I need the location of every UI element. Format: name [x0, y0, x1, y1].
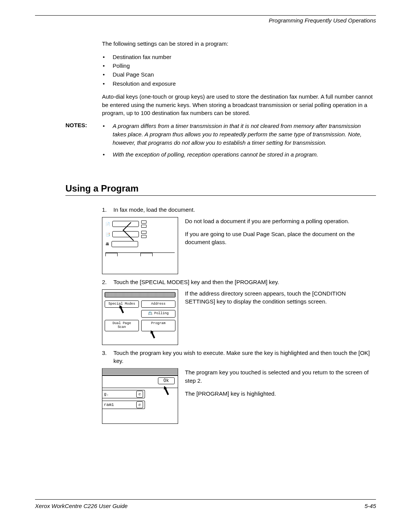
steps-list: 1. In fax mode, load the document. 📄 📑	[102, 206, 376, 424]
step-text: In fax mode, load the document.	[113, 206, 376, 214]
figure-panel-2: Special Modes Address 📇 Polling Dual Pag…	[102, 289, 178, 345]
step-number: 1.	[102, 206, 113, 214]
tray-icon	[105, 253, 118, 256]
phone-icon: ✆	[136, 391, 143, 398]
ok-button[interactable]: Ok	[158, 377, 175, 384]
row-label: ram1	[104, 403, 114, 407]
desc-line: If the address directory screen appears,…	[185, 289, 376, 306]
tray-icon	[140, 253, 153, 256]
header-rule	[35, 15, 376, 16]
polling-button[interactable]: 📇 Polling	[141, 310, 175, 318]
desc-line: Do not load a document if you are perfor…	[185, 217, 376, 225]
settings-item: Dual Page Scan	[113, 70, 376, 79]
address-button[interactable]: Address	[141, 300, 175, 308]
phone-icon: ✆	[136, 401, 143, 408]
program-button[interactable]: Program	[141, 320, 175, 331]
step-1-description: Do not load a document if you are perfor…	[185, 217, 376, 274]
copies-icon: 📑	[105, 232, 110, 236]
note-item: With the exception of polling, reception…	[113, 150, 376, 159]
settings-item: Resolution and exposure	[113, 79, 376, 88]
program-entry-row[interactable]: g. ✆	[102, 390, 145, 398]
footer-guide-title: Xerox WorkCentre C226 User Guide	[35, 503, 127, 509]
body-block: The following settings can be stored in …	[102, 40, 376, 117]
step-number: 2.	[102, 278, 113, 286]
figure-titlebar	[105, 292, 175, 297]
settings-list: Destination fax number Polling Dual Page…	[102, 53, 376, 88]
slot-icon	[112, 231, 139, 237]
section-heading: Using a Program	[65, 183, 376, 196]
document-icon: 📄	[105, 222, 110, 226]
step-text: Touch the [SPECIAL MODES] key and then t…	[113, 278, 376, 286]
intro-text: The following settings can be stored in …	[102, 40, 376, 48]
page-footer: Xerox WorkCentre C226 User Guide 5-45	[35, 499, 376, 509]
figure-panel-1: 📄 📑 🖶	[102, 217, 178, 274]
step-3-description: The program key you touched is selected …	[185, 368, 376, 424]
dual-page-scan-button[interactable]: Dual Page Scan	[105, 320, 139, 331]
step-text: Touch the program key you wish to execut…	[113, 349, 376, 366]
row-label: g.	[104, 392, 109, 396]
step-number: 3.	[102, 349, 113, 366]
note-item: A program differs from a timer transmiss…	[113, 122, 376, 147]
notes-label: NOTES:	[35, 122, 102, 163]
page: Programming Frequently Used Operations T…	[0, 0, 411, 532]
program-entry-row[interactable]: ram1 ✆	[102, 401, 145, 409]
step-3: 3. Touch the program key you wish to exe…	[102, 349, 376, 424]
slot-icon	[112, 241, 138, 247]
step-1: 1. In fax mode, load the document. 📄 📑	[102, 206, 376, 274]
notes-body: A program differs from a timer transmiss…	[102, 122, 376, 163]
step-2-description: If the address directory screen appears,…	[185, 289, 376, 345]
printer-icon: 🖶	[105, 242, 109, 246]
slot-icon	[112, 221, 139, 227]
desc-line: The program key you touched is selected …	[185, 368, 376, 385]
settings-item: Polling	[113, 61, 376, 70]
footer-rule	[35, 499, 376, 500]
desc-line: The [PROGRAM] key is highlighted.	[185, 390, 376, 398]
figure-panel-3: Ok g. ✆ ram1 ✆ ⬆	[102, 368, 178, 424]
figure-titlebar	[102, 369, 178, 376]
autodial-paragraph: Auto-dial keys (one-touch or group keys)…	[102, 93, 376, 117]
header-section-title: Programming Frequently Used Operations	[35, 17, 376, 24]
footer-page-number: 5-45	[365, 503, 376, 509]
special-modes-button[interactable]: Special Modes	[105, 300, 139, 308]
step-2: 2. Touch the [SPECIAL MODES] key and the…	[102, 278, 376, 345]
desc-line: If you are going to use Dual Page Scan, …	[185, 230, 376, 247]
settings-item: Destination fax number	[113, 53, 376, 61]
notes-block: NOTES: A program differs from a timer tr…	[35, 122, 376, 163]
